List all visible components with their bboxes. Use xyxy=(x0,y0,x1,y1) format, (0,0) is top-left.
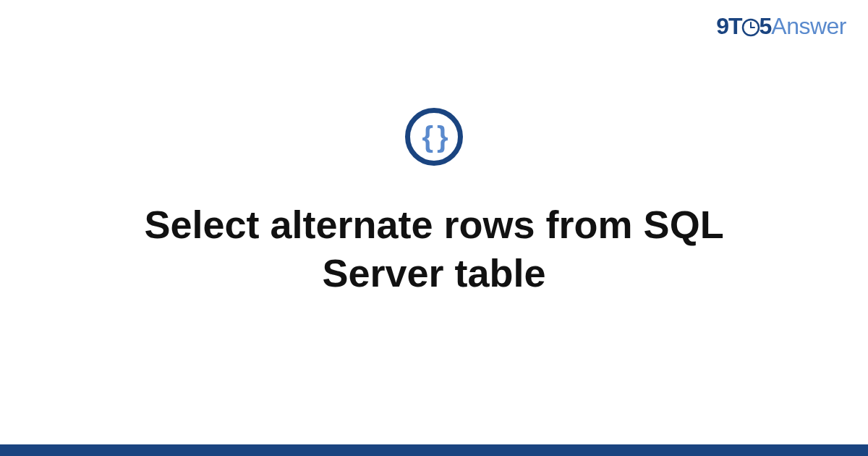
code-braces-icon: { } xyxy=(422,122,446,151)
topic-icon-badge: { } xyxy=(405,108,463,166)
page-title: Select alternate rows from SQL Server ta… xyxy=(72,200,796,298)
main-content: { } Select alternate rows from SQL Serve… xyxy=(0,0,868,456)
footer-accent-bar xyxy=(0,444,868,456)
